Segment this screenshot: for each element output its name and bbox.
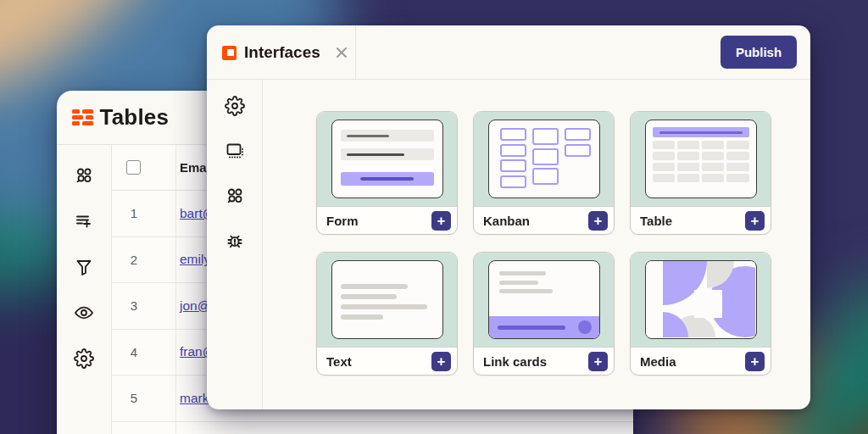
plus-icon: +: [437, 214, 446, 228]
close-icon[interactable]: [335, 46, 348, 59]
component-gallery: Form + Kanban +: [316, 111, 771, 376]
plus-icon: +: [594, 214, 603, 228]
add-link-cards-button[interactable]: +: [588, 352, 608, 371]
tables-sidebar: [57, 145, 112, 434]
plus-icon: +: [594, 354, 603, 369]
row-number: 2: [112, 253, 156, 267]
table-row[interactable]: [112, 422, 633, 434]
debug-bug-icon[interactable]: [225, 231, 245, 251]
eye-icon[interactable]: [74, 303, 94, 323]
media-preview: [631, 253, 771, 348]
card-label: Kanban: [483, 214, 530, 228]
row-number: 5: [112, 391, 156, 405]
interfaces-header: Interfaces Publish: [207, 25, 810, 80]
pages-icon[interactable]: [225, 141, 245, 161]
card-table[interactable]: Table +: [630, 111, 771, 235]
link-cards-preview: [474, 253, 614, 348]
select-all-checkbox[interactable]: [126, 160, 141, 175]
settings-icon[interactable]: [225, 96, 245, 116]
components-icon[interactable]: [74, 165, 94, 186]
filter-icon[interactable]: [74, 257, 94, 277]
form-preview: [317, 112, 457, 207]
card-label: Table: [640, 214, 672, 228]
interfaces-logo-icon: [222, 46, 236, 60]
tables-logo-icon: [72, 109, 93, 125]
add-kanban-button[interactable]: +: [588, 211, 608, 231]
card-label: Link cards: [483, 354, 547, 369]
plus-icon: +: [751, 354, 760, 369]
tables-title: Tables: [100, 104, 170, 131]
card-link-cards[interactable]: Link cards +: [473, 252, 615, 376]
interfaces-sidebar: [207, 80, 263, 409]
row-number: 3: [112, 298, 156, 313]
add-record-icon[interactable]: [74, 211, 94, 231]
kanban-preview: [474, 112, 614, 207]
card-kanban[interactable]: Kanban +: [473, 111, 615, 235]
card-text[interactable]: Text +: [316, 252, 458, 376]
add-text-button[interactable]: +: [431, 352, 451, 371]
card-form[interactable]: Form +: [316, 111, 458, 235]
card-media[interactable]: Media +: [630, 252, 771, 376]
plus-icon: +: [437, 354, 446, 369]
card-label: Text: [326, 354, 352, 369]
card-label: Media: [640, 354, 676, 369]
row-number: 4: [112, 345, 156, 359]
plus-icon: +: [751, 214, 760, 228]
interfaces-window: Interfaces Publish: [207, 25, 810, 409]
add-form-button[interactable]: +: [431, 211, 451, 231]
media-collage-graphic: [646, 261, 755, 337]
interfaces-title: Interfaces: [244, 43, 320, 62]
row-number: 1: [112, 206, 156, 220]
publish-button[interactable]: Publish: [721, 36, 797, 69]
table-preview: [631, 112, 771, 207]
email-link[interactable]: emily: [180, 252, 210, 267]
interfaces-tab[interactable]: Interfaces: [207, 25, 356, 80]
text-preview: [317, 253, 457, 348]
components-icon[interactable]: [225, 186, 245, 206]
settings-icon[interactable]: [74, 348, 94, 369]
card-label: Form: [326, 214, 359, 228]
add-media-button[interactable]: +: [745, 352, 765, 371]
add-table-button[interactable]: +: [745, 211, 765, 231]
email-link[interactable]: jon@: [180, 298, 210, 314]
